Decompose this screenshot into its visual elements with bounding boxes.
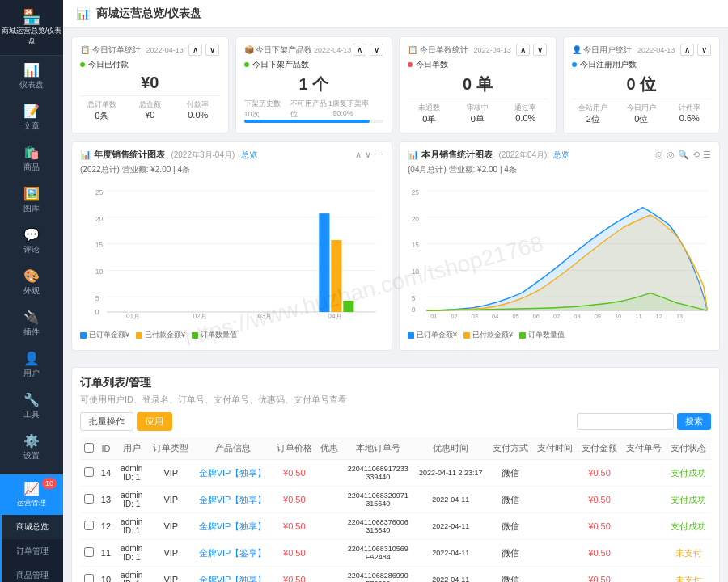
stat-date3: 2022-04-13: [474, 46, 511, 54]
stat-date4: 2022-04-13: [637, 46, 675, 54]
card-arrows3[interactable]: ∧ ∨: [516, 44, 547, 56]
monthly-chart-controls[interactable]: ◎ ◎ 🔍 ⟲ ☰: [655, 150, 711, 160]
card-arrows4[interactable]: ∧ ∨: [680, 44, 711, 56]
row-local-order: 220411068310569 FA2484: [342, 540, 413, 567]
sidebar-item-comment[interactable]: 💬 评论: [0, 221, 63, 262]
row-user: admin ID: 1: [115, 540, 149, 567]
row-price: ¥0.50: [272, 460, 316, 487]
select-all-checkbox[interactable]: [84, 443, 94, 453]
sidebar-item-settings[interactable]: ⚙️ 设置: [0, 427, 63, 468]
sidebar-item-plugin[interactable]: 🔌 插件: [0, 303, 63, 344]
search-button[interactable]: 搜索: [677, 413, 711, 430]
svg-text:10: 10: [412, 268, 420, 276]
sidebar-item-product[interactable]: 🛍️ 商品: [0, 138, 63, 179]
search-area: 搜索: [577, 413, 711, 430]
row-order-time: 2022-04-11: [413, 513, 488, 540]
svg-text:20: 20: [412, 215, 420, 223]
table-row: 11 admin ID: 1 VIP 金牌VIP【鉴享】 ¥0.50 22041…: [80, 540, 711, 567]
sidebar-logo: 🏪 商城运营总览/仪表盘: [0, 0, 63, 56]
arrow-down3[interactable]: ∨: [533, 44, 547, 56]
row-price: ¥0.50: [272, 567, 316, 583]
row-product: 金牌VIP【独享】: [193, 567, 272, 583]
stat-card-header2: 📦 今日下架产品数 2022-04-13 ∧ ∨: [244, 44, 384, 56]
sidebar-item-label: 工具: [23, 409, 40, 420]
row-type: VIP: [149, 460, 193, 487]
th-pay-method: 支付方式: [488, 437, 532, 460]
stat-card-title: 📋 今日订单统计: [80, 44, 141, 56]
row-checkbox[interactable]: [80, 540, 97, 567]
svg-text:0: 0: [95, 308, 99, 316]
annual-bar-chart: 25 20 15 10 5 0: [80, 179, 383, 324]
row-pay-method: 微信: [488, 540, 532, 567]
chart-ctrl-up[interactable]: ∧: [355, 150, 362, 160]
row-checkbox[interactable]: [80, 487, 97, 513]
monthly-ctrl-1[interactable]: ◎: [655, 150, 663, 160]
row-select-checkbox[interactable]: [84, 547, 94, 557]
row-id: 14: [97, 460, 114, 487]
svg-text:10: 10: [95, 268, 104, 276]
arrow-up3[interactable]: ∧: [516, 44, 530, 56]
search-input[interactable]: [577, 413, 674, 430]
sidebar-item-article[interactable]: 📝 文章: [0, 97, 63, 138]
sidebar-subitem-overview[interactable]: 商城总览: [2, 515, 63, 539]
row-select-checkbox[interactable]: [84, 574, 94, 582]
row-select-checkbox[interactable]: [84, 467, 94, 477]
th-amount: 支付金额: [577, 437, 621, 460]
arrow-up2[interactable]: ∧: [353, 44, 366, 56]
row-select-checkbox[interactable]: [84, 494, 94, 504]
arrow-up4[interactable]: ∧: [680, 44, 694, 56]
row-user: admin ID: 1: [115, 567, 149, 583]
status-dot2: [244, 62, 249, 67]
svg-text:25: 25: [95, 188, 104, 196]
chart-more[interactable]: ⋯: [375, 150, 383, 160]
row-amount: ¥0.50: [577, 487, 621, 513]
svg-text:03: 03: [472, 313, 478, 320]
stat-card-singles: 📋 今日单数统计 2022-04-13 ∧ ∨ 今日单数 0 单 未通数 0单: [399, 36, 557, 133]
tools-icon: 🔧: [23, 392, 40, 407]
sidebar-item-ops[interactable]: 📈 运营管理 10: [0, 474, 63, 515]
row-checkbox[interactable]: [80, 460, 97, 487]
batch-btn[interactable]: 批量操作: [80, 412, 133, 431]
chart-ctrl-down[interactable]: ∨: [365, 150, 371, 160]
legend-dot-2: [136, 332, 142, 339]
arrow-down4[interactable]: ∨: [697, 44, 711, 56]
stat-sub-row3: 未通数 0单 审核中 0单 通过率 0.0%: [408, 99, 548, 125]
row-id: 11: [97, 540, 114, 567]
svg-text:15: 15: [95, 241, 104, 249]
row-local-order: 220411068286990 576505: [342, 567, 413, 583]
svg-text:10: 10: [615, 313, 621, 320]
row-select-checkbox[interactable]: [84, 521, 94, 530]
sub-item-4-3: 计件率 0.6%: [668, 103, 712, 125]
monthly-legend-dot-3: [519, 332, 526, 339]
stat-card-header: 📋 今日订单统计 2022-04-13 ∧ ∨: [80, 44, 220, 56]
th-user: 用户: [115, 437, 149, 460]
row-checkbox[interactable]: [80, 513, 97, 540]
arrow-down2[interactable]: ∨: [370, 44, 383, 56]
svg-text:01: 01: [430, 313, 437, 320]
stat-card-header4: 👤 今日用户统计 2022-04-13 ∧ ∨: [572, 44, 712, 56]
sidebar-item-gallery[interactable]: 🖼️ 图库: [0, 179, 63, 221]
row-checkbox[interactable]: [80, 567, 97, 583]
sidebar-subitem-goods[interactable]: 商品管理: [2, 563, 63, 582]
card-arrows[interactable]: ∧ ∨: [188, 44, 219, 56]
sidebar-item-appearance[interactable]: 🎨 外观: [0, 262, 63, 303]
monthly-ctrl-5[interactable]: ☰: [703, 150, 711, 160]
th-discount: 优惠: [316, 437, 342, 460]
svg-rect-21: [319, 213, 329, 312]
th-id: ID: [97, 437, 114, 460]
stat-subtitle2: 今日下架产品数: [244, 59, 384, 70]
monthly-ctrl-2[interactable]: ◎: [667, 150, 675, 160]
sidebar-item-dashboard[interactable]: 📊 仪表盘: [0, 56, 63, 97]
chart-controls[interactable]: ∧ ∨ ⋯: [355, 150, 383, 160]
monthly-ctrl-3[interactable]: 🔍: [678, 150, 689, 160]
arrow-down[interactable]: ∨: [205, 44, 219, 56]
table-toolbar: 批量操作 应用 搜索: [80, 412, 711, 431]
arrow-up[interactable]: ∧: [188, 44, 202, 56]
apply-btn[interactable]: 应用: [137, 412, 172, 431]
sidebar-item-tools[interactable]: 🔧 工具: [0, 386, 63, 427]
monthly-ctrl-4[interactable]: ⟲: [692, 150, 700, 160]
sidebar-item-user[interactable]: 👤 用户: [0, 344, 63, 386]
card-arrows2[interactable]: ∧ ∨: [353, 44, 383, 56]
svg-text:04月: 04月: [328, 312, 341, 320]
sidebar-subitem-orders[interactable]: 订单管理: [2, 539, 63, 563]
